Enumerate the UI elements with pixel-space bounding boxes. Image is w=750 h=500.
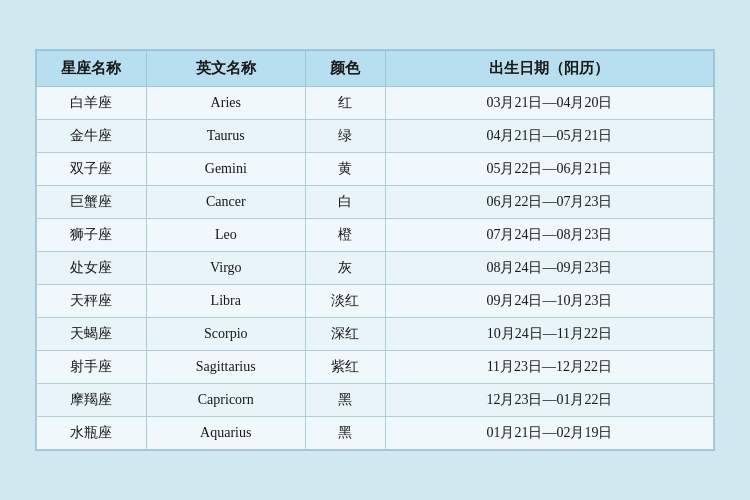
cell-english-3: Cancer: [146, 186, 306, 219]
table-row: 天秤座Libra淡红09月24日—10月23日: [37, 285, 714, 318]
cell-chinese-0: 白羊座: [37, 87, 147, 120]
cell-chinese-6: 天秤座: [37, 285, 147, 318]
cell-color-2: 黄: [306, 153, 386, 186]
zodiac-table: 星座名称 英文名称 颜色 出生日期（阳历） 白羊座Aries红03月21日—04…: [35, 49, 715, 451]
table-row: 摩羯座Capricorn黑12月23日—01月22日: [37, 384, 714, 417]
cell-date-7: 10月24日—11月22日: [385, 318, 713, 351]
table-row: 狮子座Leo橙07月24日—08月23日: [37, 219, 714, 252]
table-body: 白羊座Aries红03月21日—04月20日金牛座Taurus绿04月21日—0…: [37, 87, 714, 450]
cell-chinese-1: 金牛座: [37, 120, 147, 153]
cell-english-0: Aries: [146, 87, 306, 120]
cell-english-8: Sagittarius: [146, 351, 306, 384]
cell-date-8: 11月23日—12月22日: [385, 351, 713, 384]
cell-date-9: 12月23日—01月22日: [385, 384, 713, 417]
cell-english-6: Libra: [146, 285, 306, 318]
table-header-row: 星座名称 英文名称 颜色 出生日期（阳历）: [37, 51, 714, 87]
cell-color-3: 白: [306, 186, 386, 219]
cell-english-2: Gemini: [146, 153, 306, 186]
table-row: 巨蟹座Cancer白06月22日—07月23日: [37, 186, 714, 219]
cell-date-1: 04月21日—05月21日: [385, 120, 713, 153]
table-row: 双子座Gemini黄05月22日—06月21日: [37, 153, 714, 186]
cell-english-1: Taurus: [146, 120, 306, 153]
cell-date-5: 08月24日—09月23日: [385, 252, 713, 285]
cell-date-4: 07月24日—08月23日: [385, 219, 713, 252]
header-date: 出生日期（阳历）: [385, 51, 713, 87]
cell-chinese-2: 双子座: [37, 153, 147, 186]
cell-date-2: 05月22日—06月21日: [385, 153, 713, 186]
cell-date-10: 01月21日—02月19日: [385, 417, 713, 450]
cell-chinese-5: 处女座: [37, 252, 147, 285]
cell-color-0: 红: [306, 87, 386, 120]
cell-english-7: Scorpio: [146, 318, 306, 351]
header-chinese: 星座名称: [37, 51, 147, 87]
cell-color-8: 紫红: [306, 351, 386, 384]
cell-english-10: Aquarius: [146, 417, 306, 450]
table-row: 处女座Virgo灰08月24日—09月23日: [37, 252, 714, 285]
table-row: 射手座Sagittarius紫红11月23日—12月22日: [37, 351, 714, 384]
cell-english-4: Leo: [146, 219, 306, 252]
cell-chinese-9: 摩羯座: [37, 384, 147, 417]
cell-date-6: 09月24日—10月23日: [385, 285, 713, 318]
cell-english-9: Capricorn: [146, 384, 306, 417]
cell-english-5: Virgo: [146, 252, 306, 285]
cell-chinese-10: 水瓶座: [37, 417, 147, 450]
cell-chinese-8: 射手座: [37, 351, 147, 384]
cell-color-10: 黑: [306, 417, 386, 450]
cell-color-1: 绿: [306, 120, 386, 153]
header-english: 英文名称: [146, 51, 306, 87]
table-row: 天蝎座Scorpio深红10月24日—11月22日: [37, 318, 714, 351]
header-color: 颜色: [306, 51, 386, 87]
cell-color-7: 深红: [306, 318, 386, 351]
cell-color-6: 淡红: [306, 285, 386, 318]
table-row: 金牛座Taurus绿04月21日—05月21日: [37, 120, 714, 153]
cell-chinese-4: 狮子座: [37, 219, 147, 252]
cell-color-5: 灰: [306, 252, 386, 285]
table-row: 白羊座Aries红03月21日—04月20日: [37, 87, 714, 120]
cell-color-9: 黑: [306, 384, 386, 417]
table-row: 水瓶座Aquarius黑01月21日—02月19日: [37, 417, 714, 450]
cell-date-3: 06月22日—07月23日: [385, 186, 713, 219]
cell-chinese-7: 天蝎座: [37, 318, 147, 351]
cell-date-0: 03月21日—04月20日: [385, 87, 713, 120]
cell-color-4: 橙: [306, 219, 386, 252]
cell-chinese-3: 巨蟹座: [37, 186, 147, 219]
